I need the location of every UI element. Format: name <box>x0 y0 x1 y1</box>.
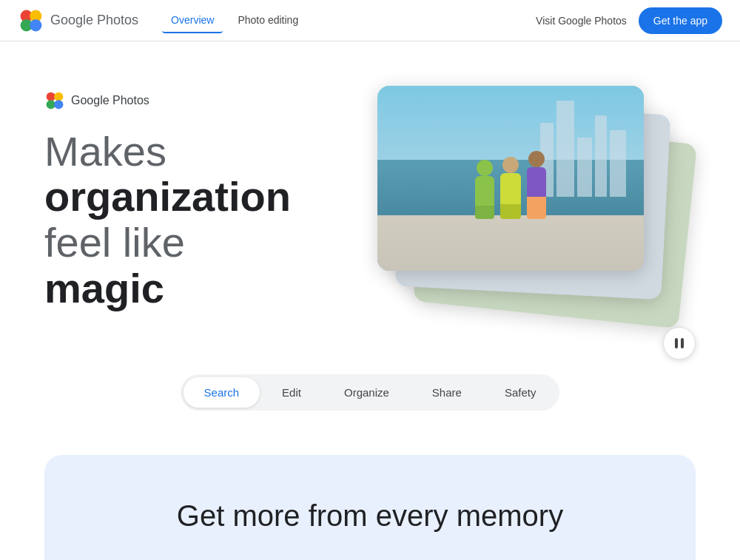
figure-2-legs <box>500 204 521 219</box>
hero-section: Google Photos Makes organization feel li… <box>0 41 740 345</box>
figure-3-legs <box>527 197 546 219</box>
nav-left: Google Photos Overview Photo editing <box>18 7 307 34</box>
hero-title-line2: organization <box>44 173 291 220</box>
hero-title: Makes organization feel like magic <box>44 129 291 311</box>
pause-button[interactable] <box>663 327 696 360</box>
get-app-button[interactable]: Get the app <box>639 7 722 34</box>
pause-icon <box>675 338 684 348</box>
navigation: Google Photos Overview Photo editing Vis… <box>0 0 740 41</box>
hero-brand-icon <box>44 90 65 111</box>
tab-share[interactable]: Share <box>411 377 482 408</box>
tabs-section: Search Edit Organize Share Safety <box>0 345 740 425</box>
building-5 <box>610 130 626 197</box>
nav-links: Overview Photo editing <box>162 8 307 33</box>
figure-3-head <box>528 151 545 167</box>
hero-left: Google Photos Makes organization feel li… <box>44 90 291 311</box>
tabs-container: Search Edit Organize Share Safety <box>181 374 560 411</box>
hero-photo-stack <box>377 86 696 315</box>
figure-3-body <box>527 167 546 197</box>
hero-brand: Google Photos <box>44 90 291 111</box>
svg-point-3 <box>30 19 41 31</box>
building-4 <box>595 115 607 197</box>
hero-title-line3: feel like <box>44 219 185 266</box>
svg-point-5 <box>54 92 63 101</box>
google-photos-logo-icon <box>18 7 44 34</box>
figure-1-legs <box>475 206 494 219</box>
nav-logo-text: Google Photos <box>50 13 138 28</box>
visit-google-photos-link[interactable]: Visit Google Photos <box>536 15 627 27</box>
svg-point-4 <box>47 92 56 101</box>
building-2 <box>556 101 574 197</box>
svg-point-6 <box>47 100 56 109</box>
nav-link-overview[interactable]: Overview <box>162 8 223 33</box>
tab-safety[interactable]: Safety <box>484 377 557 408</box>
photo-card-front <box>377 86 644 271</box>
figure-2-head <box>502 157 519 173</box>
svg-point-7 <box>54 100 63 109</box>
photo-ground <box>377 215 644 271</box>
pause-bar-left <box>675 338 678 348</box>
figure-1 <box>475 160 494 219</box>
photo-scene <box>377 86 644 271</box>
figure-1-head <box>477 160 493 176</box>
pause-bar-right <box>681 338 684 348</box>
figure-2-body <box>500 173 521 204</box>
bottom-section: Get more from every memory <box>44 455 696 560</box>
nav-right: Visit Google Photos Get the app <box>536 7 722 34</box>
figure-3 <box>527 151 546 219</box>
nav-logo[interactable]: Google Photos <box>18 7 138 34</box>
photo-buildings <box>540 95 644 198</box>
nav-link-photo-editing[interactable]: Photo editing <box>229 8 307 33</box>
figure-1-body <box>475 176 494 206</box>
tab-search[interactable]: Search <box>184 377 260 408</box>
photo-figures <box>475 151 546 219</box>
hero-brand-text: Google Photos <box>71 94 149 107</box>
hero-title-line1: Makes <box>44 128 166 175</box>
bottom-title: Get more from every memory <box>74 499 666 533</box>
tab-edit[interactable]: Edit <box>261 377 322 408</box>
building-3 <box>577 138 592 197</box>
figure-2 <box>500 157 521 219</box>
tab-organize[interactable]: Organize <box>323 377 410 408</box>
hero-title-line4: magic <box>44 265 164 311</box>
